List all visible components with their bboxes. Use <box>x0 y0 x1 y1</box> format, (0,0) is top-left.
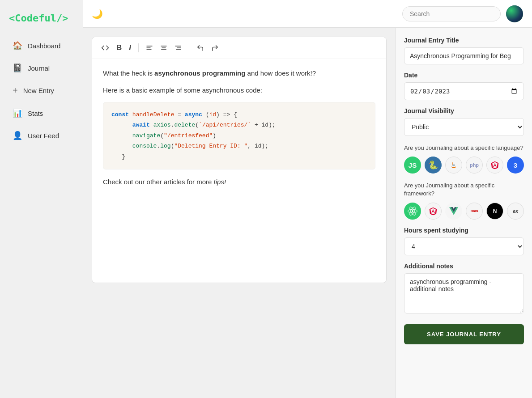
editor-toolbar: B I <box>92 37 386 59</box>
content-area: B I <box>83 28 532 398</box>
language-icons-row: JS 🐍 php 3 <box>404 157 524 174</box>
italic-button[interactable]: I <box>126 42 134 54</box>
language-section-label: Are you Journaling about a specific lang… <box>404 144 524 152</box>
lang-icon-angular-lang[interactable] <box>486 157 503 174</box>
plus-icon: + <box>13 85 18 96</box>
svg-point-9 <box>412 210 413 212</box>
visibility-select[interactable]: Public Private Friends Only <box>404 118 524 136</box>
lang-icon-python[interactable]: 🐍 <box>425 157 442 174</box>
date-label: Date <box>404 72 524 79</box>
user-icon: 👤 <box>13 131 22 140</box>
visibility-label: Journal Visibility <box>404 107 524 114</box>
title-label: Journal Entry Title <box>404 37 524 44</box>
sidebar-item-dashboard[interactable]: 🏠 Dashboard <box>4 35 79 56</box>
align-center-button[interactable] <box>157 42 170 53</box>
paragraph-2: Here is a basic example of some asynchro… <box>103 85 375 96</box>
toolbar-divider-2 <box>189 43 189 52</box>
lang-icon-css[interactable]: 3 <box>507 157 524 174</box>
code-button[interactable] <box>98 42 112 54</box>
dark-mode-toggle[interactable]: 🌙 <box>92 8 103 19</box>
hours-select[interactable]: 1 2 3 4 5 6 7 8 <box>404 237 524 255</box>
sidebar-item-user-feed[interactable]: 👤 User Feed <box>4 125 79 146</box>
sidebar: <Codeful/> 🏠 Dashboard 📓 Journal + New E… <box>0 0 83 398</box>
sidebar-item-stats[interactable]: 📊 Stats <box>4 103 79 123</box>
lang-icon-java[interactable] <box>445 157 462 174</box>
paragraph-3: Check out our other articles for more ti… <box>103 177 375 187</box>
undo-button[interactable] <box>194 42 207 54</box>
sidebar-item-label: User Feed <box>28 132 59 140</box>
save-button[interactable]: SAVE JOURNAL ENTRY <box>404 324 524 344</box>
notes-label: Additional notes <box>404 263 524 270</box>
editor-panel: B I <box>83 28 396 398</box>
avatar-image <box>506 5 523 22</box>
fw-icon-vue[interactable] <box>445 203 462 220</box>
fw-icon-nextjs[interactable]: N <box>486 203 503 220</box>
bold-button[interactable]: B <box>114 42 124 54</box>
toolbar-divider-1 <box>138 43 139 52</box>
redo-button[interactable] <box>209 42 221 54</box>
home-icon: 🏠 <box>13 41 22 51</box>
sidebar-item-new-entry[interactable]: + New Entry <box>4 80 79 101</box>
sidebar-item-label: Dashboard <box>28 42 60 50</box>
date-input[interactable] <box>404 82 524 100</box>
search-input[interactable] <box>402 6 501 21</box>
sidebar-item-label: Journal <box>28 64 50 72</box>
main-area: 🌙 B I <box>83 0 532 398</box>
journal-icon: 📓 <box>13 63 22 73</box>
framework-icons-row: Rails N ex <box>404 203 524 220</box>
fw-icon-rails[interactable]: Rails <box>466 203 483 220</box>
topbar: 🌙 <box>83 0 532 28</box>
notes-textarea[interactable]: asynchronous programming - additional no… <box>404 273 524 313</box>
align-left-button[interactable] <box>143 42 156 53</box>
lang-icon-js[interactable]: JS <box>404 157 421 174</box>
paragraph-1: What the heck is asynchronous programmin… <box>103 68 375 79</box>
editor-container: B I <box>92 37 387 283</box>
title-input[interactable] <box>404 47 524 64</box>
stats-icon: 📊 <box>13 108 22 118</box>
fw-icon-angular[interactable] <box>425 203 442 220</box>
sidebar-item-label: Stats <box>28 110 43 117</box>
code-block: const handleDelete = async (id) => { awa… <box>103 102 375 169</box>
fw-icon-react[interactable] <box>404 203 421 220</box>
sidebar-item-label: New Entry <box>23 87 54 94</box>
hours-label: Hours spent studying <box>404 227 524 234</box>
align-right-button[interactable] <box>172 42 184 53</box>
logo: <Codeful/> <box>0 7 83 34</box>
avatar[interactable] <box>506 5 523 22</box>
lang-icon-php[interactable]: php <box>466 157 483 174</box>
sidebar-item-journal[interactable]: 📓 Journal <box>4 58 79 78</box>
right-panel: Journal Entry Title Date Journal Visibil… <box>396 28 532 398</box>
fw-icon-express[interactable]: ex <box>507 203 524 220</box>
editor-content[interactable]: What the heck is asynchronous programmin… <box>92 59 386 283</box>
framework-section-label: Are you Journaling about a specific fram… <box>404 182 524 198</box>
